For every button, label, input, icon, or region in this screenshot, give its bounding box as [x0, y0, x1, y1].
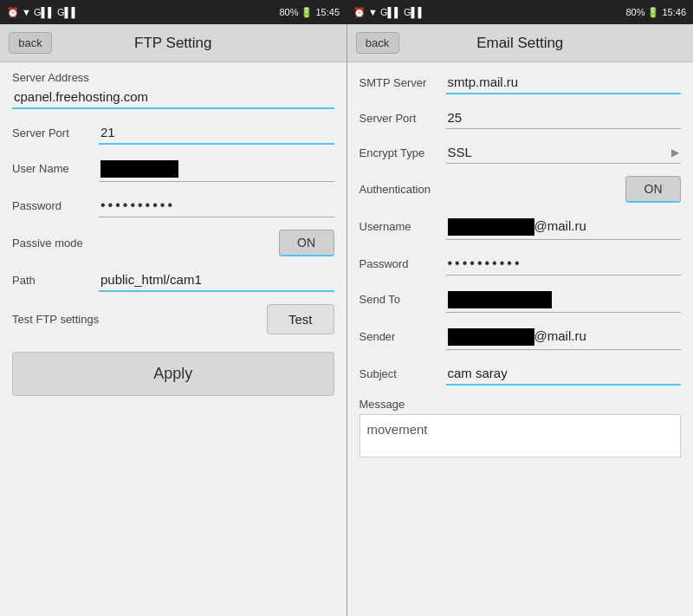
username-value[interactable]: [99, 157, 334, 182]
left-battery-time: 80% 🔋 15:45: [279, 7, 340, 18]
email-port-value[interactable]: 25: [446, 107, 682, 129]
message-field: Message movement: [359, 398, 682, 457]
auth-row: Authentication ON: [359, 176, 682, 203]
test-ftp-button[interactable]: Test: [267, 304, 334, 334]
password-value[interactable]: ••••••••••: [99, 194, 334, 217]
email-password-value[interactable]: ••••••••••: [446, 252, 682, 276]
right-battery-time: 80% 🔋 15:46: [625, 7, 686, 18]
signal-icon-r2: G▌▌: [404, 7, 424, 17]
email-content: SMTP Server smtp.mail.ru Server Port 25 …: [347, 62, 694, 616]
send-to-value[interactable]: [446, 288, 682, 313]
auth-label: Authentication: [359, 183, 431, 196]
email-back-button[interactable]: back: [356, 32, 399, 54]
message-label: Message: [359, 398, 682, 411]
left-battery: 80%: [279, 7, 298, 17]
username-masked: [100, 160, 178, 178]
wifi-icon: ▼: [22, 7, 31, 17]
left-status-icons: ⏰ ▼ G▌▌ G▌▌: [7, 7, 78, 18]
path-value[interactable]: public_html/cam1: [99, 269, 334, 292]
server-address-value[interactable]: cpanel.freehosting.com: [12, 86, 334, 109]
left-time: 15:45: [315, 7, 340, 17]
right-status-icons: ⏰ ▼ G▌▌ G▌▌: [353, 7, 424, 18]
wifi-icon-r: ▼: [368, 7, 378, 17]
email-username-label: Username: [359, 220, 437, 233]
message-value[interactable]: movement: [359, 414, 682, 457]
left-status-bar: ⏰ ▼ G▌▌ G▌▌ 80% 🔋 15:45: [0, 0, 346, 24]
email-username-masked: [448, 218, 534, 236]
signal-icon-r: G▌▌: [380, 7, 401, 17]
ftp-apply-button[interactable]: Apply: [12, 352, 334, 396]
email-port-label: Server Port: [359, 112, 437, 125]
ftp-setting-panel: back FTP Setting Server Address cpanel.f…: [0, 24, 346, 616]
server-port-label: Server Port: [12, 126, 90, 139]
subject-row: Subject cam saray: [359, 362, 682, 386]
email-password-dots: ••••••••••: [448, 256, 522, 270]
encrypt-type-text: SSL: [448, 145, 472, 159]
email-password-row: Password ••••••••••: [359, 252, 682, 276]
auth-toggle[interactable]: ON: [625, 176, 681, 203]
passive-mode-row: Passive mode ON: [12, 230, 334, 256]
password-row: Password ••••••••••: [12, 194, 334, 217]
send-to-row: Send To: [359, 288, 682, 313]
send-to-label: Send To: [359, 293, 437, 306]
sender-value[interactable]: @mail.ru: [446, 325, 682, 350]
email-port-row: Server Port 25: [359, 107, 682, 129]
alarm-icon: ⏰: [7, 7, 19, 18]
right-time: 15:46: [662, 7, 686, 17]
dropdown-arrow-icon: ▶: [671, 146, 679, 159]
right-battery-icon: 🔋: [647, 7, 659, 18]
username-label: User Name: [12, 162, 90, 175]
smtp-server-label: SMTP Server: [359, 76, 437, 89]
passive-mode-label: Passive mode: [12, 237, 83, 250]
left-battery-icon: 🔋: [301, 7, 313, 18]
email-username-suffix: @mail.ru: [534, 218, 586, 233]
subject-label: Subject: [359, 367, 437, 380]
email-password-label: Password: [359, 257, 437, 270]
sender-label: Sender: [359, 330, 437, 343]
encrypt-type-value[interactable]: SSL ▶: [446, 141, 682, 164]
right-status-bar: ⏰ ▼ G▌▌ G▌▌ 80% 🔋 15:46: [346, 0, 693, 24]
ftp-panel-title: FTP Setting: [52, 35, 295, 52]
email-panel-title: Email Setting: [399, 35, 642, 52]
server-address-label: Server Address: [12, 71, 334, 84]
smtp-server-value[interactable]: smtp.mail.ru: [446, 71, 682, 94]
send-to-masked: [448, 291, 552, 308]
path-row: Path public_html/cam1: [12, 269, 334, 292]
smtp-server-row: SMTP Server smtp.mail.ru: [359, 71, 682, 94]
email-username-value[interactable]: @mail.ru: [446, 215, 682, 240]
subject-value[interactable]: cam saray: [446, 362, 682, 386]
signal-icon: G▌▌: [34, 7, 55, 17]
test-ftp-label: Test FTP settings: [12, 313, 99, 326]
email-setting-panel: back Email Setting SMTP Server smtp.mail…: [347, 24, 694, 616]
alarm-icon-r: ⏰: [353, 7, 366, 18]
ftp-back-button[interactable]: back: [9, 32, 52, 54]
passive-mode-toggle[interactable]: ON: [279, 230, 334, 256]
test-ftp-row: Test FTP settings Test: [12, 304, 334, 334]
path-label: Path: [12, 274, 90, 287]
sender-suffix: @mail.ru: [534, 328, 586, 343]
sender-row: Sender @mail.ru: [359, 325, 682, 350]
signal-icon-2: G▌▌: [57, 7, 78, 17]
right-battery: 80%: [625, 7, 644, 17]
server-port-value[interactable]: 21: [99, 121, 334, 145]
ftp-content: Server Address cpanel.freehosting.com Se…: [0, 62, 346, 616]
password-dots: ••••••••••: [100, 198, 175, 212]
encrypt-type-label: Encrypt Type: [359, 146, 437, 159]
email-username-row: Username @mail.ru: [359, 215, 682, 240]
password-label: Password: [12, 199, 90, 212]
encrypt-type-row: Encrypt Type SSL ▶: [359, 141, 682, 164]
server-port-row: Server Port 21: [12, 121, 334, 145]
email-header: back Email Setting: [347, 24, 694, 62]
sender-masked: [448, 328, 534, 346]
username-row: User Name: [12, 157, 334, 182]
ftp-header: back FTP Setting: [0, 24, 346, 62]
server-address-field: Server Address cpanel.freehosting.com: [12, 71, 334, 109]
